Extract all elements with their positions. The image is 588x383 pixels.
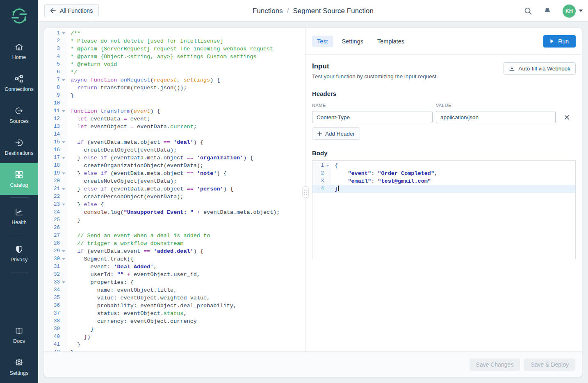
code-line[interactable]: 13 let eventObject = eventData.current; xyxy=(44,123,305,131)
code-line[interactable]: 10 xyxy=(44,100,305,107)
sidebar-item-privacy[interactable]: Privacy xyxy=(0,238,38,270)
code-line[interactable]: 21 } else if (eventData.meta.object == '… xyxy=(44,185,305,193)
code-line[interactable]: 38 currency: eventObject.currency xyxy=(44,317,305,325)
code-line[interactable]: 33 properties: { xyxy=(44,279,305,286)
remove-header-button[interactable] xyxy=(563,114,570,121)
add-header-button[interactable]: Add Header xyxy=(312,127,360,140)
sidebar-item-home[interactable]: Home xyxy=(0,35,38,67)
code-line[interactable]: 35 value: eventObject.weighted_value, xyxy=(44,294,305,302)
fold-toggle-icon[interactable] xyxy=(62,188,65,190)
input-section: Input Test your function by customizing … xyxy=(305,55,582,351)
sidebar-item-destinations[interactable]: Destinations xyxy=(0,131,38,163)
sidebar-item-catalog[interactable]: Catalog xyxy=(0,163,38,195)
code-line[interactable]: 7async function onRequest(request, setti… xyxy=(44,76,305,84)
code-line-content: value: eventObject.weighted_value, xyxy=(67,294,210,302)
code-line[interactable]: 40 }) xyxy=(44,333,305,341)
code-line[interactable]: 27 // Send an event when a deal is added… xyxy=(44,232,305,240)
code-line[interactable]: 14 xyxy=(44,131,305,138)
save-changes-button[interactable]: Save Changes xyxy=(469,358,520,371)
tab-templates[interactable]: Templates xyxy=(372,36,409,47)
code-line[interactable]: 24 console.log("Unsupported Event: " + e… xyxy=(44,208,305,216)
code-line[interactable]: 41 } xyxy=(44,341,305,349)
code-line[interactable]: 8 return transform(request.json()); xyxy=(44,84,305,92)
run-button[interactable]: Run xyxy=(543,35,576,48)
fold-toggle-icon[interactable] xyxy=(326,165,329,167)
code-line[interactable]: 3* @param {ServerRequest} request The in… xyxy=(44,45,305,53)
tab-settings[interactable]: Settings xyxy=(337,36,368,47)
fold-toggle-icon[interactable] xyxy=(62,172,65,175)
avatar[interactable]: KH xyxy=(563,5,576,18)
code-line[interactable]: 19 } else if (eventData.meta.object == '… xyxy=(44,170,305,177)
fold-toggle-icon[interactable] xyxy=(62,110,65,112)
fold-toggle-icon[interactable] xyxy=(62,157,65,159)
code-line[interactable]: 20 createNoteObject(eventData); xyxy=(44,177,305,185)
code-line[interactable]: 1{ xyxy=(312,162,575,170)
code-line[interactable]: 5* @return void xyxy=(44,61,305,68)
fold-toggle-icon[interactable] xyxy=(62,250,65,252)
header-name-input[interactable] xyxy=(312,111,433,123)
pane-resize-handle[interactable] xyxy=(302,186,309,198)
line-number: 41 xyxy=(44,341,60,349)
code-line[interactable]: 29 if (eventData.event == 'added.deal') … xyxy=(44,247,305,255)
notifications-bell-icon[interactable] xyxy=(543,7,552,16)
code-editor[interactable]: 1/**2* Please do not delete [used for In… xyxy=(44,28,305,351)
code-line[interactable]: 30 Segment.track({ xyxy=(44,255,305,263)
code-line[interactable]: 15 if (eventData.meta.object == 'deal') … xyxy=(44,138,305,146)
code-line[interactable]: 6*/ xyxy=(44,68,305,76)
code-line[interactable]: 11function transform(event) { xyxy=(44,107,305,115)
code-line[interactable]: 26 xyxy=(44,224,305,232)
all-functions-back-button[interactable]: All Functions xyxy=(44,4,99,17)
line-number: 25 xyxy=(44,216,60,224)
value-column-label: VALUE xyxy=(436,103,451,108)
body-json-editor[interactable]: 1{2 "event": "Order Completed",3 "email"… xyxy=(312,160,576,259)
code-line[interactable]: 4} xyxy=(312,185,575,193)
chevron-down-icon[interactable] xyxy=(579,9,583,12)
code-line-content: console.log("Unsupported Event: " + even… xyxy=(67,208,280,216)
code-line[interactable]: 39 } xyxy=(44,325,305,333)
code-line[interactable]: 16 createDealObject(eventData); xyxy=(44,146,305,154)
code-line[interactable]: 34 name: eventObject.title, xyxy=(44,286,305,294)
code-line[interactable]: 1/** xyxy=(44,29,305,37)
code-line[interactable]: 36 probability: eventObject.deal_probabi… xyxy=(44,302,305,310)
code-line-content: Segment.track({ xyxy=(67,255,134,263)
code-line[interactable]: 18 createOrganizationObject(eventData); xyxy=(44,162,305,170)
code-line[interactable]: 9} xyxy=(44,92,305,100)
code-line[interactable]: 12 let eventData = event; xyxy=(44,115,305,123)
code-line[interactable]: 42} xyxy=(44,349,305,351)
fold-toggle-icon[interactable] xyxy=(62,32,65,34)
line-number: 6 xyxy=(44,68,60,76)
plus-icon xyxy=(317,131,322,136)
sidebar-item-health[interactable]: Health xyxy=(0,200,38,232)
code-line[interactable]: 4* @param {Object.<string, any>} setting… xyxy=(44,53,305,61)
play-icon xyxy=(550,39,554,43)
code-line[interactable]: 37 status: eventObject.status, xyxy=(44,310,305,317)
autofill-webhook-button[interactable]: Auto-fill via Webhook xyxy=(504,62,576,75)
sidebar-item-settings[interactable]: Settings xyxy=(0,351,38,383)
code-line[interactable]: 23 } else { xyxy=(44,201,305,208)
code-line[interactable]: 25 } xyxy=(44,216,305,224)
line-number: 1 xyxy=(44,29,60,37)
sidebar-item-connections[interactable]: Connections xyxy=(0,67,38,99)
code-line[interactable]: 17 } else if (eventData.meta.object == '… xyxy=(44,154,305,162)
fold-toggle-icon[interactable] xyxy=(62,79,65,81)
code-line[interactable]: 31 event: 'Deal Added', xyxy=(44,263,305,271)
sidebar-item-docs[interactable]: Docs xyxy=(0,319,38,351)
fold-toggle-icon[interactable] xyxy=(62,258,65,260)
code-line[interactable]: 28 // trigger a workflow downstream xyxy=(44,240,305,247)
code-line[interactable]: 32 userId: "" + eventObject.user_id, xyxy=(44,271,305,279)
code-line[interactable]: 2* Please do not delete [used for Intell… xyxy=(44,37,305,45)
fold-toggle-icon[interactable] xyxy=(62,141,65,143)
sidebar-item-sources[interactable]: Sources xyxy=(0,99,38,131)
search-icon[interactable] xyxy=(523,7,532,16)
fold-toggle-icon[interactable] xyxy=(62,204,65,206)
tab-test[interactable]: Test xyxy=(312,36,333,47)
breadcrumb-section[interactable]: Functions xyxy=(253,7,283,15)
code-line[interactable]: 2 "event": "Order Completed", xyxy=(312,170,575,177)
line-gutter: 24 xyxy=(44,208,67,216)
header-value-input[interactable] xyxy=(436,111,556,123)
fold-toggle-icon[interactable] xyxy=(62,281,65,283)
save-deploy-button[interactable]: Save & Deploy xyxy=(524,358,575,371)
code-line[interactable]: 22 createPersonObject(eventData); xyxy=(44,193,305,201)
segment-logo-icon[interactable] xyxy=(10,7,29,25)
code-line[interactable]: 3 "email": "test@gmail.com" xyxy=(312,177,575,185)
